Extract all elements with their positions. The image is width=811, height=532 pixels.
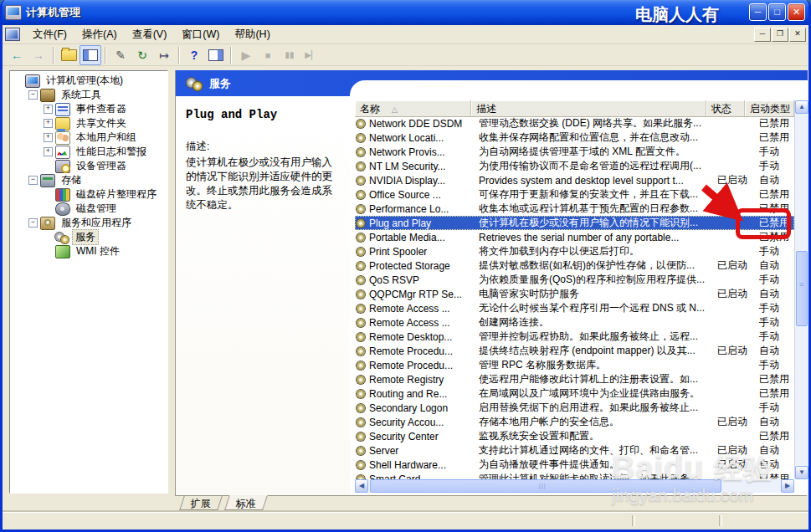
maximize-button[interactable]: □ xyxy=(768,3,786,21)
collapse-icon[interactable]: − xyxy=(28,218,38,228)
service-row[interactable]: Secondary Logon启用替换凭据下的启用进程。如果此服务被终止...手… xyxy=(355,401,794,415)
scroll-left-button[interactable]: ◀ xyxy=(355,479,368,493)
service-row[interactable]: Smart Card管理此计算机对智能卡的取读访问。如果此服务...已禁用 xyxy=(355,472,794,479)
tree-item[interactable]: 服务 xyxy=(10,230,167,244)
up-folder-button[interactable] xyxy=(58,45,80,65)
column-header-startup-type[interactable]: 启动类型 xyxy=(745,100,794,116)
child-window-icon[interactable] xyxy=(5,28,20,41)
vertical-scrollbar[interactable]: ▲ ▼ xyxy=(794,100,808,479)
tab-extended[interactable]: 扩展 xyxy=(179,496,223,510)
title-bar[interactable]: 计算机管理 电脑人人有 ─ □ ✕ xyxy=(0,0,811,25)
tree-item[interactable]: +共享文件夹 xyxy=(10,116,167,130)
status-bar xyxy=(3,512,808,528)
tree-item[interactable]: −存储 xyxy=(10,173,167,187)
service-row[interactable]: Remote Desktop...管理并控制远程协助。如果此服务被终止，远程..… xyxy=(355,330,794,344)
tree-item[interactable]: 磁盘管理 xyxy=(10,202,167,216)
help-button[interactable]: ? xyxy=(183,45,205,65)
expand-icon[interactable]: + xyxy=(44,119,53,128)
tree-item[interactable]: WMI 控件 xyxy=(10,244,167,258)
menu-item[interactable]: 窗口(W) xyxy=(174,26,227,43)
child-restore-button[interactable]: ❐ xyxy=(772,28,788,42)
users-icon xyxy=(55,131,70,145)
column-header-description[interactable]: 描述 xyxy=(471,100,706,116)
title-watermark-text: 电脑人人有 xyxy=(635,3,719,26)
service-row[interactable]: Security Accou...存储本地用户帐户的安全信息。已启动自动 xyxy=(355,415,794,429)
service-row[interactable]: Server支持此计算机通过网络的文件、打印、和命名管...已启动自动 xyxy=(355,443,794,458)
column-header-name[interactable]: 名称△ xyxy=(355,100,471,116)
service-gear-icon xyxy=(357,447,365,455)
menu-item[interactable]: 帮助(H) xyxy=(227,26,277,43)
scroll-down-button[interactable]: ▼ xyxy=(795,466,808,479)
service-row[interactable]: Remote Procedu...提供终结点映射程序 (endpoint map… xyxy=(355,344,794,358)
tree-item[interactable]: −系统工具 xyxy=(10,88,167,102)
services-gears-icon xyxy=(187,76,202,90)
tree-item[interactable]: −服务和应用程序 xyxy=(10,216,167,230)
properties-button[interactable]: ✎ xyxy=(110,45,131,65)
service-row[interactable]: Routing and Re...在局域网以及广域网环境中为企业提供路由服务。已… xyxy=(355,386,794,401)
tree-item[interactable]: +事件查看器 xyxy=(10,102,167,116)
close-button[interactable]: ✕ xyxy=(788,3,805,21)
pause-service-button[interactable]: ▮▮ xyxy=(279,45,300,65)
start-service-button[interactable]: ▶ xyxy=(235,45,257,65)
console-tree-icon xyxy=(83,49,98,61)
service-row[interactable]: Portable Media...Retrieves the serial nu… xyxy=(355,230,794,244)
show-description-pane-button[interactable] xyxy=(205,45,227,65)
tree-item[interactable]: 设备管理器 xyxy=(10,159,167,173)
show-console-tree-button[interactable] xyxy=(80,45,101,65)
minimize-button[interactable]: ─ xyxy=(749,3,767,21)
service-row[interactable]: Shell Hardware...为自动播放硬件事件提供通知。已启动自动 xyxy=(355,458,794,472)
service-name-cell: Network DDE DSDM xyxy=(355,118,474,130)
service-name: Remote Registry xyxy=(369,374,444,386)
svcapp-icon xyxy=(40,217,55,230)
expand-icon[interactable]: + xyxy=(44,133,53,142)
service-row[interactable]: Print Spooler将文件加载到内存中以便迟后打印。手动 xyxy=(355,244,794,258)
stop-service-button[interactable]: ■ xyxy=(257,45,279,65)
service-row[interactable]: Protected Storage提供对敏感数据(如私钥)的保护性存储，以便防.… xyxy=(355,258,794,273)
service-row[interactable]: Network DDE DSDM管理动态数据交换 (DDE) 网络共享。如果此服… xyxy=(355,116,794,130)
service-name: Print Spooler xyxy=(369,246,427,258)
perf-icon xyxy=(55,146,70,159)
tree-item[interactable]: +本地用户和组 xyxy=(10,130,167,145)
menu-item[interactable]: 查看(V) xyxy=(125,26,175,43)
service-name-cell: Remote Procedu... xyxy=(355,345,474,357)
export-list-button[interactable]: ↦ xyxy=(153,45,175,65)
tree-item[interactable]: +性能日志和警报 xyxy=(10,145,167,159)
service-row[interactable]: Remote Registry使远程用户能修改此计算机上的注册表设置。如...已… xyxy=(355,372,794,386)
service-name: Remote Procedu... xyxy=(369,360,453,371)
service-row[interactable]: Security Center监视系统安全设置和配置。已禁用 xyxy=(355,429,794,443)
service-row[interactable]: Remote Access ...无论什么时候当某个程序引用一个远程 DNS 或… xyxy=(355,301,794,315)
tree-item[interactable]: 计算机管理(本地) xyxy=(10,74,167,88)
child-close-button[interactable]: ✕ xyxy=(789,28,806,42)
horizontal-scrollbar[interactable]: ◀ ▶ xyxy=(355,479,794,493)
collapse-icon[interactable]: − xyxy=(28,176,38,185)
tab-standard[interactable]: 标准 xyxy=(224,495,268,510)
service-name: NT LM Security... xyxy=(369,161,446,172)
expand-icon[interactable]: + xyxy=(44,147,53,156)
service-row[interactable]: Remote Access ...创建网络连接。手动 xyxy=(355,315,794,330)
back-button[interactable]: ← xyxy=(6,45,28,65)
restart-service-button[interactable]: ▶▏ xyxy=(300,45,322,65)
vertical-scroll-thumb[interactable] xyxy=(796,251,808,326)
service-description: 使计算机在极少或没有用户输入的情况下能识别并适应硬件的更改。终止或禁用此服务会造… xyxy=(186,156,341,212)
child-minimize-button[interactable]: ─ xyxy=(754,28,771,42)
column-header-status[interactable]: 状态 xyxy=(706,100,745,116)
expand-icon[interactable]: + xyxy=(44,105,53,114)
gears-icon xyxy=(55,232,69,243)
menu-item[interactable]: 文件(F) xyxy=(25,26,74,43)
service-row[interactable]: NT LM Security...为使用传输协议而不是命名管道的远程过程调用(.… xyxy=(355,159,794,173)
service-startup-cell: 自动 xyxy=(752,344,794,358)
tree-item[interactable]: 磁盘碎片整理程序 xyxy=(10,187,167,202)
refresh-button[interactable]: ↻ xyxy=(131,45,153,65)
scroll-right-button[interactable]: ▶ xyxy=(781,479,794,493)
service-row[interactable]: Network Locati...收集并保存网络配置和位置信息，并在信息改动..… xyxy=(355,130,794,145)
service-row[interactable]: QQPCMgr RTP Se...电脑管家实时防护服务已启动自动 xyxy=(355,287,794,301)
service-row[interactable]: Network Provis...为自动网络提供管理基于域的 XML 配置文件。… xyxy=(355,145,794,159)
collapse-icon[interactable]: − xyxy=(28,90,38,100)
forward-button[interactable]: → xyxy=(28,45,49,65)
menu-item[interactable]: 操作(A) xyxy=(74,26,125,43)
horizontal-scroll-thumb[interactable] xyxy=(370,479,721,493)
scroll-up-button[interactable]: ▲ xyxy=(795,100,808,114)
service-row[interactable]: QoS RSVP为依赖质量服务(QoS)的程序和控制应用程序提供...手动 xyxy=(355,273,794,287)
service-row[interactable]: Remote Procedu...管理 RPC 名称服务数据库。手动 xyxy=(355,358,794,372)
service-gear-icon xyxy=(357,390,365,398)
